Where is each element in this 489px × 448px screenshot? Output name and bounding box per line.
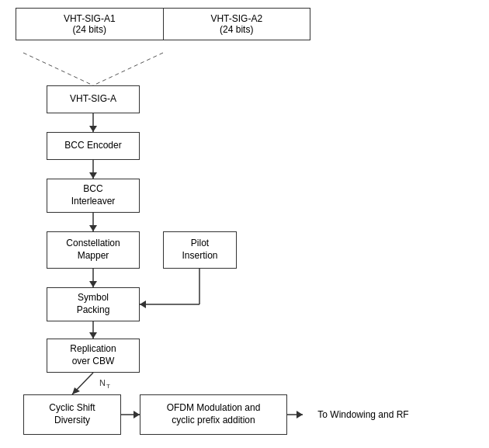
svg-marker-20 bbox=[134, 411, 140, 418]
header-table: VHT-SIG-A1 (24 bits) VHT-SIG-A2 (24 bits… bbox=[16, 8, 310, 40]
arrows-svg: N T bbox=[0, 0, 489, 448]
diagram: VHT-SIG-A1 (24 bits) VHT-SIG-A2 (24 bits… bbox=[0, 0, 489, 448]
bcc-encoder-block: BCC Encoder bbox=[47, 132, 140, 160]
cyclic-shift-block: Cyclic ShiftDiversity bbox=[23, 394, 121, 435]
svg-marker-3 bbox=[89, 126, 97, 132]
vht-sig-a-block: VHT-SIG-A bbox=[47, 85, 140, 113]
svg-marker-7 bbox=[89, 225, 97, 231]
svg-marker-12 bbox=[140, 300, 146, 308]
header-col1: VHT-SIG-A1 (24 bits) bbox=[16, 9, 164, 40]
svg-marker-16 bbox=[72, 387, 80, 394]
svg-text:N: N bbox=[99, 378, 106, 387]
svg-marker-5 bbox=[89, 172, 97, 179]
ofdm-mod-block: OFDM Modulation andcyclic prefix additio… bbox=[140, 394, 287, 435]
svg-marker-14 bbox=[89, 332, 97, 339]
symbol-packing-block: SymbolPacking bbox=[47, 287, 140, 321]
svg-line-15 bbox=[72, 373, 93, 394]
replication-cbw-block: Replicationover CBW bbox=[47, 339, 140, 373]
svg-marker-9 bbox=[89, 281, 97, 287]
pilot-insertion-block: PilotInsertion bbox=[163, 231, 237, 269]
svg-line-1 bbox=[23, 53, 93, 85]
svg-text:T: T bbox=[106, 383, 110, 390]
to-windowing-label: To Windowing and RF bbox=[301, 394, 425, 435]
svg-line-0 bbox=[93, 53, 163, 85]
bcc-interleaver-block: BCCInterleaver bbox=[47, 179, 140, 213]
header-col2: VHT-SIG-A2 (24 bits) bbox=[163, 9, 310, 40]
constellation-mapper-block: ConstellationMapper bbox=[47, 231, 140, 269]
